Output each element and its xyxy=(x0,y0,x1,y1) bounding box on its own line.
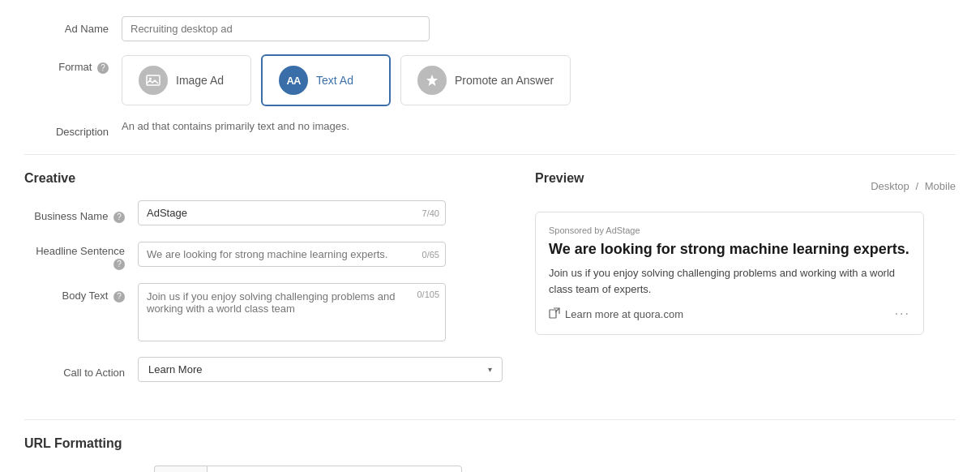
ad-preview-card: Sponsored by AdStage We are looking for … xyxy=(535,212,924,335)
headline-sentence-label: Headline Sentence ? xyxy=(24,238,138,270)
business-name-help-icon[interactable]: ? xyxy=(113,212,125,223)
format-label: Format ? xyxy=(24,54,122,74)
landing-page-url-input[interactable] xyxy=(207,466,462,472)
headline-sentence-input[interactable] xyxy=(138,242,446,267)
preview-section-title: Preview xyxy=(535,171,584,186)
section-divider-1 xyxy=(24,154,956,155)
body-text-label: Body Text ? xyxy=(24,283,138,303)
preview-headline: We are looking for strong machine learni… xyxy=(549,240,910,259)
preview-toggle: Desktop / Mobile xyxy=(871,180,956,192)
promote-answer-icon xyxy=(417,66,447,95)
headline-sentence-char-count: 0/65 xyxy=(422,250,439,260)
headline-sentence-help-icon[interactable]: ? xyxy=(113,259,125,270)
headline-sentence-row: Headline Sentence ? 0/65 xyxy=(24,238,503,270)
preview-header: Preview Desktop / Mobile xyxy=(535,171,956,200)
cta-chevron-icon: ▾ xyxy=(488,365,492,374)
promote-answer-label: Promote an Answer xyxy=(455,74,554,87)
description-content: An ad that contains primarily text and n… xyxy=(122,119,956,132)
preview-toggle-mobile[interactable]: Mobile xyxy=(925,180,956,192)
business-name-row: Business Name ? 7/40 xyxy=(24,200,503,225)
ad-name-input[interactable] xyxy=(122,16,430,41)
body-text-input-wrapper: 0/105 xyxy=(138,283,446,344)
body-text-content: 0/105 xyxy=(138,283,503,344)
ad-name-row: Ad Name xyxy=(24,16,956,41)
preview-cta: Learn more at quora.com ··· xyxy=(549,307,910,321)
format-card-promote-answer[interactable]: Promote an Answer xyxy=(400,55,571,105)
text-ad-label-text: Text Ad xyxy=(316,74,353,87)
business-name-content: 7/40 xyxy=(138,200,503,225)
business-name-label: Business Name ? xyxy=(24,204,138,223)
text-ad-icon: AA xyxy=(279,66,308,95)
description-text: An ad that contains primarily text and n… xyxy=(122,115,349,132)
body-text-help-icon[interactable]: ? xyxy=(113,291,125,303)
sponsored-text: Sponsored by AdStage xyxy=(549,225,910,235)
creative-column: Creative Business Name ? 7/40 Headli xyxy=(24,171,503,395)
call-to-action-content: Learn More ▾ xyxy=(138,357,503,382)
url-formatting-section: URL Formatting Landing Page URL ? https:… xyxy=(24,436,956,472)
url-protocol-dropdown[interactable]: https:// ▾ xyxy=(154,466,207,472)
body-text-row: Body Text ? 0/105 xyxy=(24,283,503,344)
image-ad-icon xyxy=(139,66,168,95)
business-name-char-count: 7/40 xyxy=(422,208,439,218)
landing-page-url-row: Landing Page URL ? https:// ▾ 8/1024 xyxy=(24,466,956,472)
creative-section-title: Creative xyxy=(24,171,503,186)
svg-rect-2 xyxy=(550,310,556,318)
headline-sentence-input-wrapper: 0/65 xyxy=(138,242,446,267)
section-divider-2 xyxy=(24,419,956,420)
preview-cta-url: Learn more at quora.com xyxy=(565,308,683,320)
preview-toggle-desktop[interactable]: Desktop xyxy=(871,180,909,192)
preview-cta-link: Learn more at quora.com xyxy=(549,307,683,321)
headline-sentence-content: 0/65 xyxy=(138,242,503,267)
call-to-action-value: Learn More xyxy=(148,363,202,375)
format-card-image-ad[interactable]: Image Ad xyxy=(122,55,251,105)
description-label: Description xyxy=(24,119,122,138)
call-to-action-dropdown[interactable]: Learn More ▾ xyxy=(138,357,503,382)
preview-body: Join us if you enjoy solving challenging… xyxy=(549,265,910,297)
call-to-action-row: Call to Action Learn More ▾ xyxy=(24,357,503,382)
business-name-input[interactable] xyxy=(138,200,446,225)
description-row: Description An ad that contains primaril… xyxy=(24,119,956,138)
creative-form: Business Name ? 7/40 Headline Sentence ? xyxy=(24,200,503,382)
svg-point-1 xyxy=(149,78,152,80)
format-help-icon[interactable]: ? xyxy=(97,62,109,74)
url-section-title: URL Formatting xyxy=(24,436,956,451)
ad-name-content xyxy=(122,16,956,41)
preview-toggle-separator: / xyxy=(915,180,918,192)
landing-page-url-input-group: https:// ▾ 8/1024 xyxy=(154,466,462,472)
body-text-input[interactable] xyxy=(138,283,446,341)
format-card-text-ad[interactable]: AA Creative Text Ad xyxy=(261,54,391,106)
business-name-input-wrapper: 7/40 xyxy=(138,200,446,225)
format-options: Image Ad AA Creative Text Ad Promote an … xyxy=(122,54,956,106)
creative-preview-layout: Creative Business Name ? 7/40 Headli xyxy=(24,171,956,395)
ad-name-label: Ad Name xyxy=(24,16,122,35)
preview-more-dots[interactable]: ··· xyxy=(895,307,910,321)
body-text-char-count: 0/105 xyxy=(417,290,439,299)
image-ad-label: Image Ad xyxy=(176,74,224,87)
preview-column: Preview Desktop / Mobile Sponsored by Ad… xyxy=(535,171,956,395)
external-link-icon xyxy=(549,307,560,321)
call-to-action-label: Call to Action xyxy=(24,360,138,379)
format-content: Image Ad AA Creative Text Ad Promote an … xyxy=(122,54,956,106)
format-row: Format ? Image Ad AA Creati xyxy=(24,54,956,106)
